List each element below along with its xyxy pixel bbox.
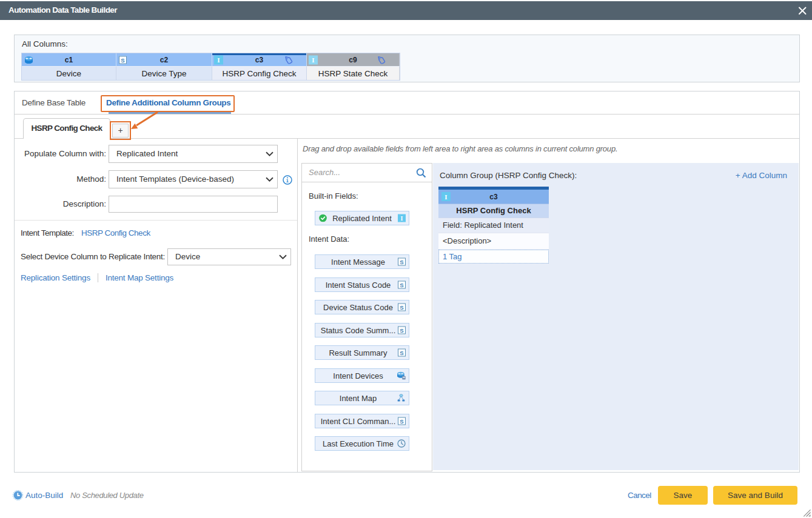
intent-map-settings-link[interactable]: Intent Map Settings bbox=[106, 273, 173, 282]
save-and-build-button[interactable]: Save and Build bbox=[713, 486, 797, 505]
tab-define-additional-column-groups[interactable]: Define Additional Column Groups bbox=[106, 91, 230, 114]
card-header: I c3 bbox=[438, 190, 549, 204]
dialog-footer: Auto-Build No Scheduled Update Cancel Sa… bbox=[0, 473, 812, 518]
string-badge: S bbox=[398, 417, 406, 425]
add-column-group-button[interactable]: + bbox=[112, 124, 129, 138]
method-value: Intent Templates (Device-based) bbox=[116, 174, 234, 184]
device-column-label: Select Device Column to Replicate Intent… bbox=[21, 248, 165, 265]
info-icon[interactable] bbox=[283, 175, 292, 185]
device-column-select[interactable]: Device bbox=[167, 248, 291, 265]
method-select[interactable]: Intent Templates (Device-based) bbox=[109, 170, 278, 188]
description-input[interactable] bbox=[109, 196, 278, 213]
available-fields-panel: Search... Built-in Fields: Replicated In… bbox=[301, 163, 432, 471]
field-label: Status Code Summ... bbox=[321, 326, 396, 335]
links-separator bbox=[98, 273, 98, 282]
intent-template-link[interactable]: HSRP Config Check bbox=[81, 228, 150, 237]
method-label: Method: bbox=[15, 170, 106, 188]
field-label: Intent Status Code bbox=[326, 281, 391, 290]
card-tags[interactable]: 1 Tag bbox=[438, 250, 549, 264]
search-box[interactable]: Search... bbox=[302, 164, 432, 182]
chevron-down-icon bbox=[266, 151, 273, 156]
builder-main-panel: Define Base Table Define Additional Colu… bbox=[14, 91, 800, 473]
field-intent-cli-commands[interactable]: Intent CLI Comman... S bbox=[315, 414, 409, 428]
field-intent-map[interactable]: Intent Map bbox=[315, 391, 409, 405]
device-icon bbox=[24, 56, 33, 64]
field-label: Last Execution Time bbox=[323, 439, 394, 448]
column-id: c2 bbox=[160, 56, 168, 64]
column-name-device-type[interactable]: Device Type bbox=[116, 66, 212, 80]
field-status-code-summary[interactable]: Status Code Summ... S bbox=[315, 323, 409, 337]
dialog-titlebar: Automation Data Table Builder bbox=[0, 1, 812, 20]
resize-grip-icon[interactable] bbox=[803, 509, 811, 517]
tab-define-base-table[interactable]: Define Base Table bbox=[22, 91, 86, 114]
all-columns-table: c1 S c2 I c3 I c9 bbox=[21, 53, 400, 81]
column-header-c9[interactable]: I c9 bbox=[307, 53, 400, 66]
clock-icon bbox=[397, 439, 406, 448]
column-id: c9 bbox=[349, 56, 357, 64]
field-last-execution-time[interactable]: Last Execution Time bbox=[315, 436, 409, 451]
save-button[interactable]: Save bbox=[658, 486, 708, 505]
drag-drop-instruction: Drag and drop available fields from left… bbox=[303, 144, 617, 153]
field-label: Intent Devices bbox=[333, 371, 383, 380]
tag-icon[interactable] bbox=[284, 56, 293, 64]
description-label: Description: bbox=[15, 196, 106, 213]
column-name-device[interactable]: Device bbox=[22, 66, 116, 80]
main-tabbar: Define Base Table Define Additional Colu… bbox=[15, 91, 799, 115]
column-header-c1[interactable]: c1 bbox=[22, 53, 116, 66]
search-icon[interactable] bbox=[416, 168, 426, 178]
field-item-wrap: Status Code Summ... S bbox=[315, 323, 409, 337]
schedule-status: No Scheduled Update bbox=[70, 490, 144, 500]
chevron-down-icon bbox=[279, 254, 287, 259]
column-name-hsrp-config-check[interactable]: HSRP Config Check bbox=[212, 66, 307, 80]
field-intent-message[interactable]: Intent Message S bbox=[315, 254, 409, 269]
green-check-icon bbox=[319, 214, 327, 222]
subtab-hsrp-config-check[interactable]: HSRP Config Check bbox=[23, 118, 110, 139]
intent-template-line: Intent Template: HSRP Config Check bbox=[21, 228, 150, 237]
close-icon[interactable] bbox=[794, 3, 810, 19]
column-group-title: Column Group (HSRP Config Check): bbox=[440, 171, 577, 180]
field-label: Result Summary bbox=[329, 348, 387, 357]
field-result-summary[interactable]: Result Summary S bbox=[315, 345, 409, 360]
cancel-button[interactable]: Cancel bbox=[628, 491, 651, 500]
field-item-wrap: Last Execution Time bbox=[315, 436, 409, 451]
field-item-wrap: Intent Devices bbox=[315, 368, 409, 383]
field-item-wrap: Result Summary S bbox=[315, 345, 409, 360]
field-item-wrap: Intent Message S bbox=[315, 254, 409, 269]
field-intent-devices[interactable]: Intent Devices bbox=[315, 368, 409, 383]
column-group-panel: Column Group (HSRP Config Check): + Add … bbox=[433, 163, 799, 470]
field-replicated-intent[interactable]: Replicated Intent I bbox=[315, 211, 409, 225]
populate-column-select[interactable]: Replicated Intent bbox=[109, 145, 278, 163]
intent-badge: I bbox=[441, 192, 451, 201]
column-header-c2[interactable]: S c2 bbox=[116, 53, 212, 66]
auto-build-link[interactable]: Auto-Build bbox=[25, 490, 63, 500]
card-column-id: c3 bbox=[489, 193, 497, 201]
all-columns-panel: All Columns: c1 S c2 bbox=[14, 35, 800, 82]
field-label: Replicated Intent bbox=[332, 214, 392, 223]
card-description[interactable]: <Description> bbox=[438, 233, 549, 249]
populate-column-value: Replicated Intent bbox=[116, 149, 178, 158]
replication-settings-link[interactable]: Replication Settings bbox=[21, 273, 90, 282]
intent-template-label: Intent Template: bbox=[21, 228, 74, 237]
string-badge: S bbox=[398, 327, 406, 334]
string-badge: S bbox=[398, 258, 406, 266]
field-intent-status-code[interactable]: Intent Status Code S bbox=[315, 277, 409, 292]
field-item-wrap: Device Status Code S bbox=[315, 300, 409, 314]
field-item-wrap: Intent Status Code S bbox=[315, 277, 409, 292]
column-id: c1 bbox=[65, 56, 73, 64]
string-badge: S bbox=[398, 281, 406, 289]
tag-icon[interactable] bbox=[377, 56, 386, 64]
column-id: c3 bbox=[255, 56, 263, 64]
field-item-wrap: Replicated Intent I bbox=[315, 211, 409, 225]
chevron-down-icon bbox=[266, 177, 273, 182]
populate-column-label: Populate Column with: bbox=[15, 145, 106, 163]
field-label: Intent Message bbox=[331, 257, 385, 267]
string-badge: S bbox=[398, 349, 406, 357]
column-card-c3[interactable]: I c3 HSRP Config Check Field: Replicated… bbox=[438, 187, 549, 264]
intent-badge: I bbox=[214, 55, 223, 64]
add-column-link[interactable]: + Add Column bbox=[736, 171, 787, 180]
column-header-c3[interactable]: I c3 bbox=[212, 53, 307, 66]
column-name-hsrp-state-check[interactable]: HSRP State Check bbox=[307, 66, 400, 80]
field-device-status-code[interactable]: Device Status Code S bbox=[315, 300, 409, 314]
devices-icon bbox=[397, 371, 406, 380]
settings-links: Replication Settings Intent Map Settings bbox=[21, 273, 173, 282]
